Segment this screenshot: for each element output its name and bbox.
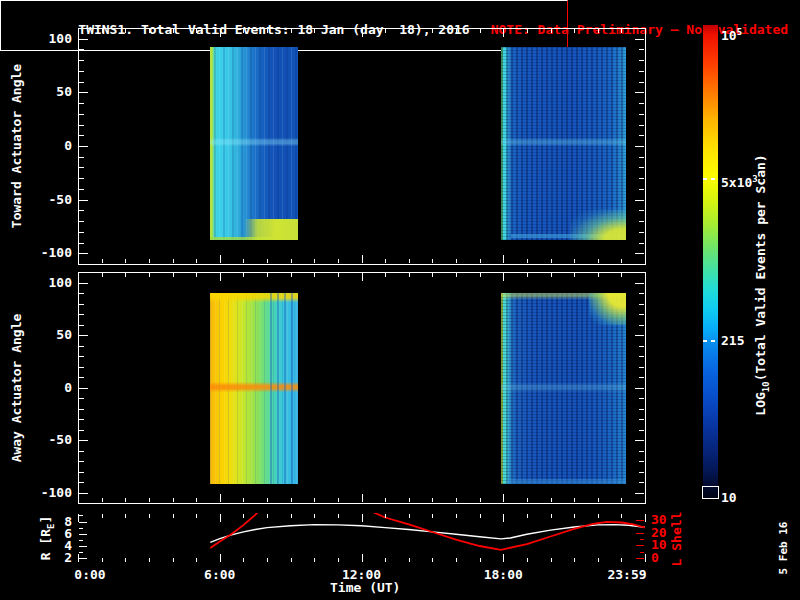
axis-tick: [409, 259, 410, 263]
axis-tick: [79, 103, 84, 104]
l-shell-tick-label: 10: [651, 538, 667, 552]
axis-tick: [409, 558, 410, 562]
axis-tick: [574, 558, 575, 562]
axis-tick: [551, 259, 552, 263]
axis-tick: [338, 514, 339, 518]
axis-tick: [639, 461, 644, 462]
axis-tick: [639, 377, 644, 378]
axis-tick: [621, 259, 622, 263]
r-tick-label: 6: [52, 527, 72, 541]
axis-tick: [291, 558, 292, 562]
axis-tick: [79, 232, 84, 233]
axis-tick: [639, 356, 644, 357]
colorbar-end-bracket: [702, 486, 719, 499]
axis-tick: [503, 494, 504, 502]
axis-tick: [291, 498, 292, 502]
axis-tick: [79, 409, 84, 410]
axis-tick: [621, 498, 622, 502]
time-tick-label: 18:00: [477, 568, 529, 582]
axis-tick: [635, 39, 644, 40]
axis-tick: [79, 167, 84, 168]
angle-tick-label: -50: [36, 193, 72, 207]
axis-tick: [480, 29, 481, 33]
axis-tick: [79, 60, 84, 61]
axis-tick: [173, 514, 174, 518]
axis-tick: [220, 514, 221, 522]
axis-tick: [314, 273, 315, 277]
time-tick-label: 6:00: [194, 568, 246, 582]
axis-tick: [635, 335, 644, 336]
time-tick-label: 12:00: [336, 568, 388, 582]
axis-tick: [621, 29, 622, 33]
axis-tick: [635, 493, 644, 494]
axis-tick: [639, 49, 644, 50]
axis-tick: [639, 325, 644, 326]
axis-tick: [78, 255, 79, 263]
axis-tick: [639, 430, 644, 431]
spectrogram-block: [210, 47, 297, 240]
axis-tick: [102, 514, 103, 518]
axis-tick: [456, 498, 457, 502]
axis-tick: [574, 259, 575, 263]
axis-tick: [220, 29, 221, 37]
axis-tick: [173, 498, 174, 502]
axis-tick: [362, 273, 363, 281]
axis-tick: [79, 461, 84, 462]
axis-tick: [291, 29, 292, 33]
axis-tick: [480, 558, 481, 562]
colorbar-tick-label: 215: [721, 334, 744, 348]
axis-tick: [551, 29, 552, 33]
axis-tick: [243, 498, 244, 502]
axis-tick: [640, 526, 644, 527]
axis-tick: [102, 558, 103, 562]
axis-tick: [639, 314, 644, 315]
axis-tick: [78, 494, 79, 502]
axis-tick: [125, 558, 126, 562]
axis-tick: [385, 273, 386, 277]
spectrogram-block: [501, 293, 626, 484]
axis-tick: [639, 114, 644, 115]
axis-tick: [243, 259, 244, 263]
axis-tick: [527, 558, 528, 562]
axis-tick: [125, 498, 126, 502]
axis-tick: [362, 554, 363, 562]
axis-tick: [220, 554, 221, 562]
axis-tick: [362, 494, 363, 502]
colorbar-tick-label: 10: [721, 491, 737, 505]
axis-tick: [503, 273, 504, 281]
axis-tick: [598, 273, 599, 277]
axis-tick: [125, 273, 126, 277]
l-shell-curve: [210, 513, 260, 548]
axis-tick: [480, 498, 481, 502]
axis-tick: [635, 440, 644, 441]
axis-tick: [79, 388, 88, 389]
axis-tick: [639, 419, 644, 420]
axis-tick: [503, 255, 504, 263]
axis-tick: [432, 259, 433, 263]
axis-tick: [149, 259, 150, 263]
axis-tick: [456, 29, 457, 33]
axis-tick: [527, 514, 528, 518]
axis-tick: [639, 82, 644, 83]
axis-tick: [243, 514, 244, 518]
axis-tick: [639, 189, 644, 190]
axis-tick: [574, 29, 575, 33]
axis-tick: [338, 29, 339, 33]
axis-tick: [385, 514, 386, 518]
axis-tick: [639, 451, 644, 452]
axis-tick: [79, 314, 84, 315]
axis-tick: [635, 200, 644, 201]
axis-tick: [635, 146, 644, 147]
axis-tick: [314, 29, 315, 33]
axis-tick: [79, 146, 88, 147]
axis-tick: [79, 210, 84, 211]
axis-tick: [79, 540, 83, 541]
axis-tick: [267, 514, 268, 518]
axis-tick: [78, 273, 79, 281]
axis-tick: [79, 293, 84, 294]
axis-tick: [598, 558, 599, 562]
axis-tick: [220, 255, 221, 263]
axis-tick: [645, 514, 646, 522]
axis-tick: [314, 498, 315, 502]
axis-tick: [102, 498, 103, 502]
